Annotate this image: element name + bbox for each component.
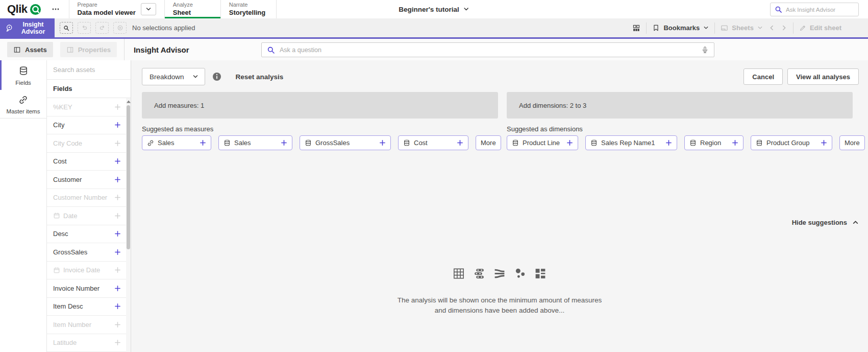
chevron-down-icon xyxy=(192,74,199,80)
qlik-sense-app: Qlik Prepare Data model viewer xyxy=(0,0,868,352)
search-icon xyxy=(267,46,275,54)
chevron-left-icon xyxy=(768,25,775,31)
redo-icon xyxy=(99,25,106,31)
field-name: Date xyxy=(63,212,110,220)
add-icon xyxy=(379,139,386,146)
add-icon[interactable] xyxy=(113,248,122,256)
database-icon xyxy=(512,139,519,147)
bookmarks-button[interactable]: Bookmarks xyxy=(652,24,709,32)
reset-analysis-button[interactable]: Reset analysis xyxy=(236,73,284,81)
hide-suggestions-button[interactable]: Hide suggestions xyxy=(792,219,859,226)
ask-question-box xyxy=(261,42,714,57)
tab-narrate[interactable]: Narrate Storytelling xyxy=(220,0,277,18)
suggested-dimension-sales-rep-name1[interactable]: Sales Rep Name1 xyxy=(585,135,677,150)
field-row-city[interactable]: City xyxy=(47,116,126,135)
add-icon xyxy=(665,139,672,146)
field-row-city-code: City Code xyxy=(47,134,126,153)
field-row-cost[interactable]: Cost xyxy=(47,153,126,171)
field-row-key: %KEY xyxy=(47,98,126,116)
qlik-logo[interactable]: Qlik xyxy=(0,0,46,18)
database-icon xyxy=(689,139,697,147)
add-icon[interactable] xyxy=(113,284,122,293)
rail-tab-fields[interactable]: Fields xyxy=(0,60,46,90)
sheets-button: Sheets xyxy=(721,24,763,32)
divider xyxy=(646,22,647,34)
suggested-measure-cost[interactable]: Cost xyxy=(398,135,468,150)
assets-panel-button[interactable]: Assets xyxy=(7,42,53,57)
top-bar: Qlik Prepare Data model viewer xyxy=(0,0,868,18)
add-icon[interactable] xyxy=(113,157,122,166)
undo-icon xyxy=(81,25,88,31)
suggestion-label: Sales Rep Name1 xyxy=(601,139,662,147)
insight-advisor-button[interactable]: Insight Advisor xyxy=(0,18,55,37)
voice-input-button[interactable] xyxy=(701,46,709,54)
field-name: Customer Number xyxy=(53,194,110,201)
app-title: Beginner's tutorial xyxy=(399,6,459,13)
add-icon[interactable] xyxy=(113,121,122,129)
field-name: Customer xyxy=(53,176,110,183)
database-icon xyxy=(590,139,598,147)
field-row-customer[interactable]: Customer xyxy=(47,171,126,189)
rail-tab-master-items[interactable]: Master items xyxy=(0,90,46,119)
add-icon xyxy=(113,103,122,111)
field-row-desc[interactable]: Desc xyxy=(47,225,126,244)
tab-analyze[interactable]: Analyze Sheet xyxy=(164,0,220,18)
global-insight-search-input[interactable] xyxy=(786,7,854,13)
prepare-dropdown-button[interactable] xyxy=(141,3,156,15)
app-title-dropdown[interactable]: Beginner's tutorial xyxy=(399,6,469,13)
add-icon xyxy=(113,338,122,347)
mekko-chart-icon xyxy=(534,267,547,280)
suggested-measures-row: Sales Sales GrossSales Cost xyxy=(142,135,501,150)
suggested-measure-sales-field[interactable]: Sales xyxy=(218,135,292,150)
add-icon[interactable] xyxy=(113,302,122,311)
field-row-grosssales[interactable]: GrossSales xyxy=(47,243,126,262)
suggested-measure-grosssales[interactable]: GrossSales xyxy=(300,135,391,150)
scrollbar-thumb[interactable] xyxy=(127,105,130,249)
field-row-invoice-number[interactable]: Invoice Number xyxy=(47,279,126,298)
field-list: %KEY City City Code Cost Customer xyxy=(47,98,126,352)
suggested-measures-title: Suggested as measures xyxy=(142,125,213,133)
cancel-button[interactable]: Cancel xyxy=(743,68,783,85)
suggested-dimension-region[interactable]: Region xyxy=(684,135,743,150)
info-icon[interactable] xyxy=(212,72,221,81)
field-row-item-desc[interactable]: Item Desc xyxy=(47,298,126,316)
tab-prepare[interactable]: Prepare Data model viewer xyxy=(69,0,164,18)
suggested-measure-sales-master[interactable]: Sales xyxy=(142,135,211,150)
search-assets-input[interactable] xyxy=(47,60,131,80)
field-name: Invoice Number xyxy=(53,285,110,292)
more-dimensions-button[interactable]: More xyxy=(839,135,865,150)
sankey-chart-icon xyxy=(493,267,506,280)
link-icon xyxy=(147,139,154,147)
smart-search-button[interactable] xyxy=(60,22,73,34)
field-name: Desc xyxy=(53,230,110,238)
insight-advisor-label: Insight Advisor xyxy=(17,21,49,35)
more-measures-button[interactable]: More xyxy=(476,135,501,150)
suggested-dimension-product-group[interactable]: Product Group xyxy=(751,135,832,150)
edit-sheet-label: Edit sheet xyxy=(810,24,841,32)
add-dimensions-dropzone[interactable]: Add dimensions: 2 to 3 xyxy=(507,92,853,119)
calendar-icon xyxy=(53,212,60,219)
field-name: Item Desc xyxy=(53,302,110,310)
suggestion-label: Region xyxy=(700,139,728,147)
insight-advisor-header: Assets Properties Insight Advisor xyxy=(0,37,868,60)
ask-question-input[interactable] xyxy=(280,46,697,54)
panel-left-icon xyxy=(13,46,21,54)
analysis-type-dropdown[interactable]: Breakdown xyxy=(142,68,205,85)
suggested-dimension-product-line[interactable]: Product Line xyxy=(507,135,578,150)
add-icon xyxy=(113,193,122,202)
add-icon xyxy=(113,212,122,220)
view-all-analyses-button[interactable]: View all analyses xyxy=(787,68,859,85)
add-measures-dropzone[interactable]: Add measures: 1 xyxy=(142,92,498,119)
tab-view-label: Storytelling xyxy=(229,9,266,17)
add-icon[interactable] xyxy=(113,229,122,238)
page-title: Insight Advisor xyxy=(134,45,189,54)
scroll-up-arrow[interactable] xyxy=(126,98,131,105)
divider xyxy=(124,39,125,60)
scrollbar[interactable] xyxy=(126,98,131,352)
sheets-label: Sheets xyxy=(732,24,754,32)
app-overview-button[interactable] xyxy=(632,24,640,32)
grid-icon xyxy=(632,24,640,32)
bookmarks-label: Bookmarks xyxy=(663,24,700,32)
add-icon[interactable] xyxy=(113,175,122,184)
global-menu-button[interactable] xyxy=(46,0,65,18)
